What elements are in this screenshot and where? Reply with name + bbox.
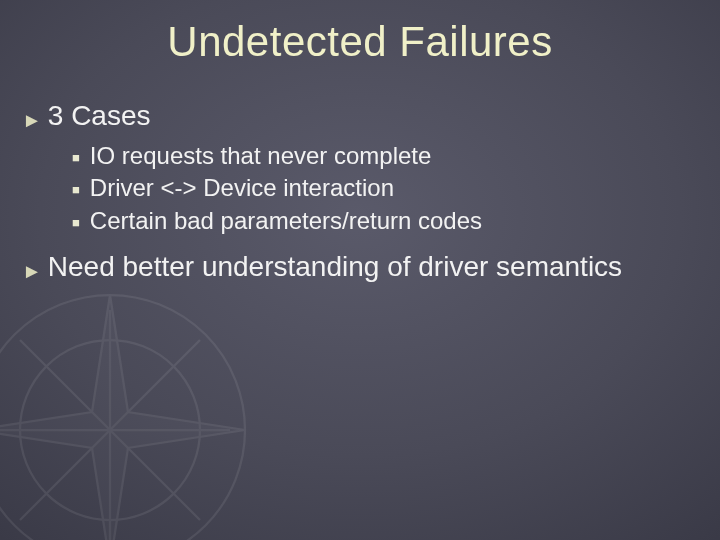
- bullet-level1: ► 3 Cases: [22, 98, 690, 133]
- slide-title: Undetected Failures: [0, 18, 720, 66]
- square-bullet-icon: ■: [72, 151, 80, 164]
- bullet-text: Certain bad parameters/return codes: [90, 206, 482, 235]
- bullet-level2: ■ IO requests that never complete: [72, 141, 690, 170]
- svg-marker-2: [0, 295, 245, 540]
- square-bullet-icon: ■: [72, 183, 80, 196]
- bullet-level2: ■ Driver <-> Device interaction: [72, 173, 690, 202]
- bullet-level2: ■ Certain bad parameters/return codes: [72, 206, 690, 235]
- triangle-bullet-icon: ►: [22, 261, 42, 281]
- sub-bullets: ■ IO requests that never complete ■ Driv…: [72, 141, 690, 235]
- bullet-text: 3 Cases: [48, 98, 151, 133]
- svg-line-6: [20, 340, 200, 520]
- svg-point-1: [20, 340, 200, 520]
- triangle-bullet-icon: ►: [22, 110, 42, 130]
- bullet-text: Driver <-> Device interaction: [90, 173, 394, 202]
- slide-body: ► 3 Cases ■ IO requests that never compl…: [22, 98, 690, 290]
- bullet-text: Need better understanding of driver sema…: [48, 249, 622, 284]
- bullet-level1: ► Need better understanding of driver se…: [22, 249, 690, 284]
- slide: Undetected Failures ► 3 Cases ■ IO reque…: [0, 0, 720, 540]
- square-bullet-icon: ■: [72, 216, 80, 229]
- svg-point-0: [0, 295, 245, 540]
- svg-line-5: [20, 340, 200, 520]
- bullet-text: IO requests that never complete: [90, 141, 432, 170]
- compass-watermark: [0, 280, 260, 540]
